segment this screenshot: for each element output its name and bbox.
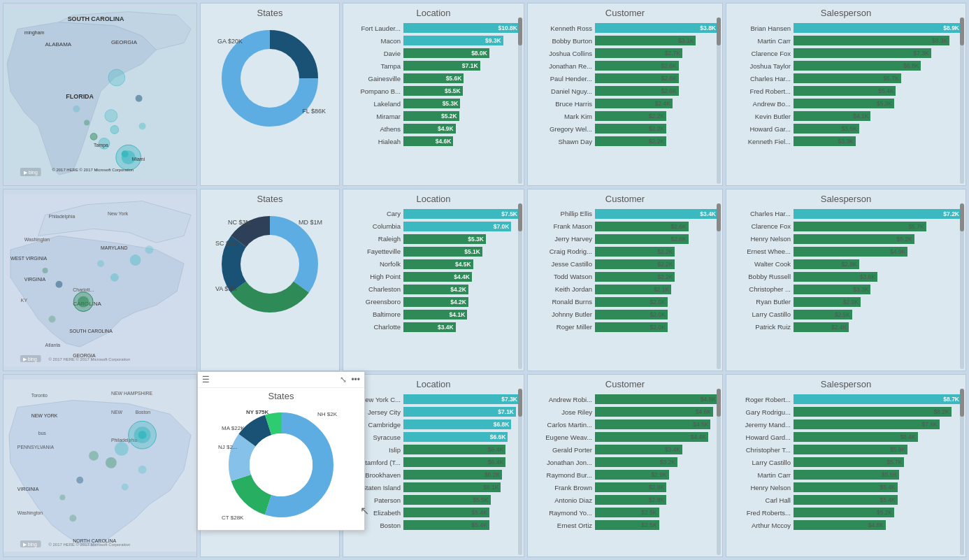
salesperson-panel-3: Salesperson Roger Robert...$8.7K Gary Ro… bbox=[726, 374, 966, 557]
svg-text:VIRGINIA: VIRGINIA bbox=[17, 487, 39, 491]
segment-label-va: VA $3M bbox=[215, 285, 237, 292]
seg-nh: NH $2K bbox=[317, 411, 337, 417]
svg-point-44 bbox=[43, 268, 48, 273]
states-panel-3: States ☰ ⤡ ••• States bbox=[200, 374, 340, 557]
salesperson-bars-1: Brian Hansen$8.9K Martin Carr$8.3K Clare… bbox=[731, 22, 961, 147]
svg-point-47 bbox=[49, 315, 56, 322]
svg-point-71 bbox=[115, 442, 129, 456]
location-bars-2: Cary$7.5K Columbia$7.0K Raleigh$5.3K Fay… bbox=[347, 208, 519, 333]
customer-panel-3: Customer Andrew Robi...$4.8K Jose Riley$… bbox=[527, 374, 723, 557]
location-panel-2: Location Cary$7.5K Columbia$7.0K Raleigh… bbox=[343, 189, 524, 372]
donut-chart-2: MD $1M SC $1M NC $3M VA $3M bbox=[214, 208, 326, 320]
states-panel-2: States MD $1M SC $1M NC $3M VA $3M bbox=[200, 189, 340, 372]
row-1: SOUTH CAROLINA ALABAMA GEORGIA FLORIDA m… bbox=[3, 3, 966, 186]
svg-text:bus: bus bbox=[38, 431, 47, 436]
location-bar-7: Miramar $5.2K bbox=[347, 110, 519, 122]
map-panel-1[interactable]: SOUTH CAROLINA ALABAMA GEORGIA FLORIDA m… bbox=[3, 3, 197, 186]
svg-text:GEORGIA: GEORGIA bbox=[111, 39, 138, 45]
location-title-2: Location bbox=[347, 194, 519, 204]
location-bar-2: Davie $8.0K bbox=[347, 48, 519, 59]
location-bar-5: Pompano B... $5.5K bbox=[347, 85, 519, 96]
location-bars-1: Fort Lauder... $10.8K Macon $9.3K Davie … bbox=[347, 22, 519, 147]
seg-ny: NY $75K bbox=[246, 409, 268, 415]
svg-text:mingham: mingham bbox=[24, 30, 45, 36]
svg-text:NEW HAMPSHIRE: NEW HAMPSHIRE bbox=[111, 391, 153, 396]
bar-label: Gainesville bbox=[347, 75, 403, 82]
svg-point-12 bbox=[105, 110, 117, 122]
location-panel-3: Location New York C...$7.3K Jersey City$… bbox=[343, 374, 524, 557]
svg-text:Tampa: Tampa bbox=[94, 143, 108, 148]
donut-chart-3: NH $2K MA $22K NJ $2... NY $75K CT $28K bbox=[218, 405, 344, 524]
svg-text:Charlott...: Charlott... bbox=[73, 287, 94, 292]
seg-ma: MA $22K bbox=[222, 425, 244, 431]
map-panel-2[interactable]: Philadelphia New York WEST VIRGINIA VIRG… bbox=[3, 189, 197, 372]
expand-icon[interactable]: ⤡ bbox=[340, 375, 347, 385]
svg-point-43 bbox=[55, 281, 62, 288]
svg-text:WEST VIRGINIA: WEST VIRGINIA bbox=[10, 256, 48, 261]
hamburger-icon[interactable]: ☰ bbox=[202, 375, 210, 385]
map-panel-3[interactable]: Toronto NEW HAMPSHIRE NEW YORK NEW PENNS… bbox=[3, 374, 197, 557]
states-title-3: States bbox=[198, 391, 364, 401]
svg-point-70 bbox=[138, 431, 147, 440]
bar-label: Hialeah bbox=[347, 138, 403, 145]
svg-text:▶ bing: ▶ bing bbox=[24, 170, 38, 175]
svg-point-75 bbox=[76, 477, 83, 484]
bar-label: Miramar bbox=[347, 113, 403, 120]
svg-text:New York: New York bbox=[108, 210, 129, 215]
dashboard: SOUTH CAROLINA ALABAMA GEORGIA FLORIDA m… bbox=[0, 0, 969, 560]
bar-label: Fort Lauder... bbox=[347, 24, 403, 32]
seg-nj: NJ $2... bbox=[218, 444, 238, 450]
customer-panel-1: Customer Kenneth Ross$3.8K Bobby Burton$… bbox=[527, 3, 723, 186]
svg-point-41 bbox=[110, 273, 119, 282]
states-popup[interactable]: ☰ ⤡ ••• States bbox=[197, 371, 365, 531]
svg-point-8 bbox=[122, 150, 129, 157]
bar-label: Athens bbox=[347, 125, 403, 133]
location-title-1: Location bbox=[347, 8, 519, 18]
more-icon[interactable]: ••• bbox=[351, 375, 360, 385]
row-2: Philadelphia New York WEST VIRGINIA VIRG… bbox=[3, 189, 966, 372]
svg-text:▶ bing: ▶ bing bbox=[23, 357, 37, 362]
svg-text:SOUTH CAROLINA: SOUTH CAROLINA bbox=[68, 15, 124, 22]
location-bar-9: Hialeah $4.6K bbox=[347, 136, 519, 147]
svg-point-87 bbox=[250, 433, 313, 496]
location-bar-8: Athens $4.9K bbox=[347, 123, 519, 134]
svg-point-76 bbox=[122, 484, 129, 491]
popup-icons: ⤡ ••• bbox=[340, 375, 360, 385]
svg-text:Toronto: Toronto bbox=[31, 393, 48, 398]
svg-text:Atlanta: Atlanta bbox=[45, 343, 61, 347]
svg-text:© 2017 HERE © 2017 Microsoft C: © 2017 HERE © 2017 Microsoft Corporation bbox=[49, 357, 131, 361]
svg-text:Boston: Boston bbox=[136, 410, 151, 415]
location-bar-6: Lakeland $5.3K bbox=[347, 98, 519, 109]
svg-point-10 bbox=[110, 126, 119, 134]
location-bar-1: Macon $9.3K bbox=[347, 35, 519, 46]
segment-label-nc: NC $3M bbox=[228, 219, 251, 226]
salesperson-title-1: Salesperson bbox=[731, 8, 961, 18]
svg-text:© 2017 HERE © 2017 Microsoft C: © 2017 HERE © 2017 Microsoft Corporation bbox=[52, 168, 134, 172]
popup-header: ☰ ⤡ ••• bbox=[198, 372, 364, 388]
svg-point-14 bbox=[84, 120, 89, 126]
customer-bars-1: Kenneth Ross$3.8K Bobby Burton$3.1K Josh… bbox=[532, 22, 718, 147]
bar-label: Macon bbox=[347, 37, 403, 45]
svg-point-55 bbox=[241, 235, 299, 294]
location-bar-3: Tampa $7.1K bbox=[347, 60, 519, 71]
salesperson-bars-3: Roger Robert...$8.7K Gary Rodrigu...$8.2… bbox=[731, 394, 961, 531]
bar-label: Lakeland bbox=[347, 100, 403, 108]
bar-label: Tampa bbox=[347, 62, 403, 70]
svg-point-73 bbox=[89, 451, 99, 461]
states-title-1: States bbox=[205, 8, 335, 18]
svg-text:ALABAMA: ALABAMA bbox=[45, 41, 72, 48]
svg-text:▶ bing: ▶ bing bbox=[23, 542, 37, 547]
bar-label: Davie bbox=[347, 50, 403, 57]
svg-point-72 bbox=[106, 457, 117, 468]
salesperson-panel-2: Salesperson Charles Har...$7.2K Clarence… bbox=[726, 189, 966, 372]
svg-text:SOUTH CAROLINA: SOUTH CAROLINA bbox=[69, 329, 113, 333]
customer-panel-2: Customer Phillip Ellis$3.4K Frank Mason$… bbox=[527, 189, 723, 372]
svg-point-16 bbox=[136, 95, 143, 102]
svg-text:NEW: NEW bbox=[111, 410, 123, 415]
location-panel-1: Location Fort Lauder... $10.8K Macon $9.… bbox=[343, 3, 524, 186]
donut-chart-1: GA $20K FL $86K bbox=[214, 22, 326, 134]
svg-point-78 bbox=[69, 515, 76, 522]
salesperson-title-3: Salesperson bbox=[731, 379, 961, 389]
states-panel-1: States GA $20K FL $86K bbox=[200, 3, 340, 186]
svg-point-77 bbox=[59, 495, 65, 501]
